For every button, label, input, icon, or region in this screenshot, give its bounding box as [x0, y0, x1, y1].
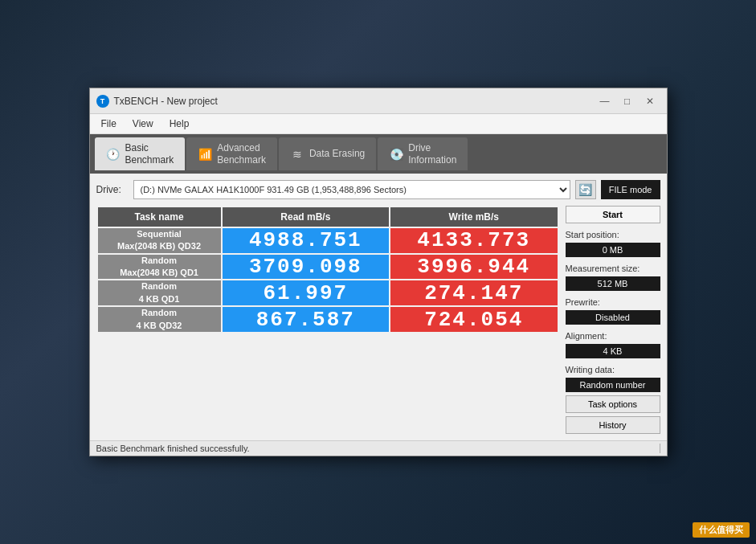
title-bar-left: T TxBENCH - New project	[96, 95, 218, 108]
col-task: Task name	[98, 207, 221, 227]
benchmark-table: Task name Read mB/s Write mB/s Sequentia…	[96, 206, 559, 333]
close-button[interactable]: ✕	[640, 93, 660, 109]
write-value-cell: 274.147	[390, 280, 557, 305]
drive-icon: 💽	[389, 147, 403, 162]
task-name-cell: Sequential Max(2048 KB) QD32	[98, 228, 221, 253]
task-options-button[interactable]: Task options	[566, 395, 660, 413]
status-message: Basic Benchmark finished successfully.	[96, 444, 652, 453]
benchmark-panel: Task name Read mB/s Write mB/s Sequentia…	[96, 206, 559, 434]
title-bar: T TxBENCH - New project — □ ✕	[90, 88, 667, 114]
menu-bar: File View Help	[90, 114, 667, 134]
start-button[interactable]: Start	[566, 206, 660, 223]
status-bar: Basic Benchmark finished successfully.	[90, 440, 667, 456]
drive-select[interactable]: (D:) NVMe GALAX HA1K1000F 931.49 GB (1,9…	[133, 180, 570, 199]
read-value-cell: 3709.098	[223, 255, 389, 280]
erase-icon: ≋	[290, 147, 304, 162]
start-position-label: Start position:	[566, 230, 660, 239]
table-row: Sequential Max(2048 KB) QD32 4988.751 41…	[98, 228, 558, 253]
main-window: T TxBENCH - New project — □ ✕ File View …	[89, 88, 668, 456]
tab-basic-label: BasicBenchmark	[125, 142, 174, 166]
content-area: Drive: (D:) NVMe GALAX HA1K1000F 931.49 …	[90, 174, 667, 440]
start-position-value: 0 MB	[566, 243, 660, 257]
read-value-cell: 4988.751	[223, 228, 389, 253]
measurement-size-value: 512 MB	[566, 276, 660, 291]
file-mode-button[interactable]: FILE mode	[601, 180, 660, 199]
status-separator	[660, 444, 660, 453]
window-controls: — □ ✕	[595, 93, 660, 109]
tab-data-erasing[interactable]: ≋ Data Erasing	[279, 137, 376, 170]
write-value-cell: 4133.773	[390, 228, 557, 253]
write-value-cell: 3996.944	[390, 255, 557, 280]
right-panel: Start Start position: 0 MB Measurement s…	[566, 206, 660, 434]
watermark: 什么值得买	[693, 522, 750, 538]
alignment-label: Alignment:	[566, 331, 660, 341]
drive-label: Drive:	[96, 184, 129, 195]
tab-erasing-label: Data Erasing	[309, 148, 365, 159]
tab-drive-information[interactable]: 💽 DriveInformation	[378, 137, 468, 170]
drive-row: Drive: (D:) NVMe GALAX HA1K1000F 931.49 …	[96, 180, 660, 199]
main-layout: Task name Read mB/s Write mB/s Sequentia…	[96, 206, 660, 434]
minimize-button[interactable]: —	[595, 93, 615, 109]
alignment-value: 4 KB	[566, 344, 660, 358]
app-icon: T	[96, 95, 109, 108]
write-value-cell: 724.054	[390, 307, 557, 332]
col-write: Write mB/s	[390, 207, 557, 227]
read-value-cell: 867.587	[223, 307, 389, 332]
toolbar: 🕐 BasicBenchmark 📶 AdvancedBenchmark ≋ D…	[90, 134, 667, 174]
tab-advanced-benchmark[interactable]: 📶 AdvancedBenchmark	[186, 137, 277, 170]
tab-basic-benchmark[interactable]: 🕐 BasicBenchmark	[95, 137, 186, 170]
measurement-size-label: Measurement size:	[566, 264, 660, 273]
task-name-cell: Random Max(2048 KB) QD1	[98, 255, 221, 280]
drive-refresh-button[interactable]: 🔄	[575, 180, 596, 199]
writing-data-label: Writing data:	[566, 365, 660, 374]
table-row: Random 4 KB QD32 867.587 724.054	[98, 307, 558, 332]
prewrite-value: Disabled	[566, 310, 660, 325]
window-title: TxBENCH - New project	[114, 96, 218, 107]
history-button[interactable]: History	[566, 416, 660, 434]
maximize-button[interactable]: □	[617, 93, 638, 109]
task-name-cell: Random 4 KB QD32	[98, 307, 221, 332]
tab-advanced-label: AdvancedBenchmark	[217, 142, 266, 166]
task-name-cell: Random 4 KB QD1	[98, 280, 221, 305]
writing-data-value: Random number	[566, 378, 660, 392]
col-read: Read mB/s	[223, 207, 389, 227]
menu-view[interactable]: View	[126, 116, 160, 132]
tab-info-label: DriveInformation	[408, 142, 456, 166]
menu-file[interactable]: File	[95, 116, 123, 132]
clock-icon: 🕐	[106, 147, 121, 162]
chart-icon: 📶	[198, 147, 212, 162]
table-row: Random 4 KB QD1 61.997 274.147	[98, 280, 558, 305]
read-value-cell: 61.997	[223, 280, 389, 305]
menu-help[interactable]: Help	[163, 116, 196, 132]
prewrite-label: Prewrite:	[566, 297, 660, 307]
table-row: Random Max(2048 KB) QD1 3709.098 3996.94…	[98, 255, 558, 280]
